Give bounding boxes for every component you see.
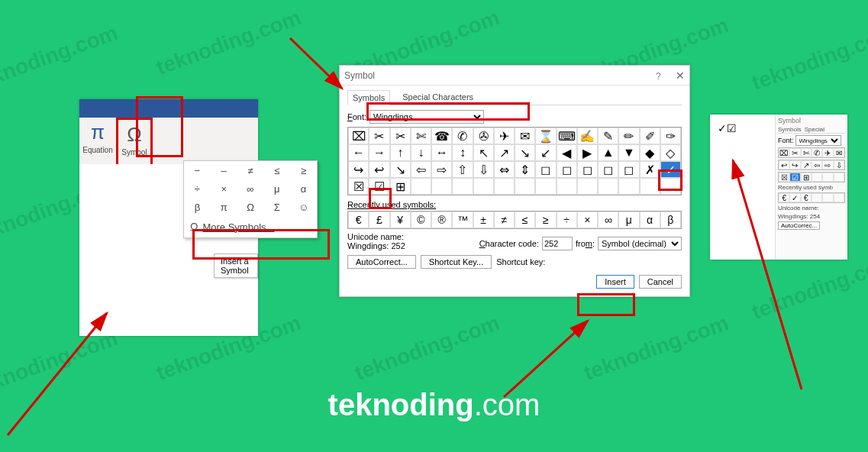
symbol-cell[interactable]: → (369, 144, 389, 161)
recent-symbol-cell[interactable]: μ (618, 211, 639, 228)
symbol-cell[interactable]: ✓ (660, 161, 681, 178)
dropdown-symbol-cell[interactable]: π (211, 198, 237, 216)
symbol-cell[interactable]: ↗ (494, 144, 515, 161)
symbol-cell[interactable]: ✑ (660, 128, 681, 144)
symbol-cell[interactable] (618, 178, 639, 195)
equation-button[interactable]: π Equation (79, 118, 116, 164)
symbol-cell[interactable]: ↘ (515, 144, 535, 161)
font-select[interactable]: Wingdings (369, 110, 484, 124)
mini-symbol-cell[interactable]: ↪ (789, 160, 800, 170)
dropdown-symbol-cell[interactable]: Σ (263, 198, 290, 216)
mini-symbol-cell[interactable]: ✂ (789, 148, 800, 157)
recent-symbol-cell[interactable]: ÷ (557, 211, 577, 228)
mini-symbol-cell[interactable] (834, 173, 844, 182)
symbol-cell[interactable]: ◆ (640, 144, 660, 161)
help-icon[interactable]: ? (656, 71, 661, 82)
symbol-cell[interactable]: ⇕ (515, 161, 535, 178)
symbol-cell[interactable]: ✎ (598, 128, 618, 144)
mini-symbol-cell[interactable]: ⇩ (834, 160, 844, 170)
recent-symbol-cell[interactable]: ∞ (598, 211, 618, 228)
recent-symbol-cell[interactable]: ¥ (390, 211, 411, 228)
symbol-cell[interactable]: ↓ (411, 144, 431, 161)
recent-symbol-cell[interactable]: £ (369, 211, 389, 228)
dropdown-symbol-cell[interactable]: ≥ (290, 161, 317, 179)
tab-special[interactable]: Special Characters (398, 90, 478, 105)
symbol-cell[interactable]: ✇ (473, 128, 494, 144)
symbol-cell[interactable]: ✂ (369, 128, 389, 144)
mini-tab-symbols[interactable]: Symbols (778, 126, 802, 133)
mini-symbol-cell[interactable] (834, 193, 844, 202)
symbol-cell[interactable]: ✂ (390, 128, 411, 144)
recent-symbol-cell[interactable]: € (348, 211, 369, 228)
shortcut-key-button[interactable]: Shortcut Key... (421, 255, 492, 269)
mini-symbol-cell[interactable]: € (779, 193, 789, 202)
mini-symbol-cell[interactable] (822, 173, 833, 182)
symbol-cell[interactable]: ◀ (557, 144, 577, 161)
symbol-cell[interactable]: ✆ (452, 128, 473, 144)
mini-symbol-cell[interactable]: ⇨ (822, 160, 833, 170)
recent-symbol-cell[interactable]: ≤ (515, 211, 535, 228)
recent-symbol-cell[interactable]: © (411, 211, 431, 228)
symbol-cell[interactable]: ⇔ (494, 161, 515, 178)
mini-symbol-cell[interactable]: ☒ (779, 173, 789, 182)
symbol-cell[interactable]: ☒ (348, 178, 369, 195)
symbol-cell[interactable] (577, 178, 598, 195)
symbol-cell[interactable]: ↔ (431, 144, 452, 161)
recent-symbol-cell[interactable]: ± (473, 211, 494, 228)
symbol-cell[interactable]: ✏ (618, 128, 639, 144)
dropdown-symbol-cell[interactable]: μ (263, 179, 290, 198)
symbol-cell[interactable]: ▲ (598, 144, 618, 161)
recent-symbol-cell[interactable]: α (640, 211, 660, 228)
symbol-cell[interactable]: ◻ (598, 161, 618, 178)
symbol-cell[interactable]: ◻ (557, 161, 577, 178)
symbol-button[interactable]: Ω Symbol (116, 118, 153, 164)
symbol-cell[interactable] (431, 178, 452, 195)
tab-symbols[interactable]: Symbols (347, 90, 390, 105)
symbol-cell[interactable]: ◻ (535, 161, 556, 178)
symbol-cell[interactable] (494, 178, 515, 195)
symbol-cell[interactable]: ⇩ (473, 161, 494, 178)
mini-symbol-cell[interactable]: ⊞ (801, 173, 812, 182)
mini-symbol-cell[interactable]: ☑ (789, 173, 800, 182)
close-icon[interactable]: ✕ (676, 69, 685, 82)
dropdown-symbol-cell[interactable]: ≤ (263, 161, 290, 179)
dropdown-symbol-cell[interactable]: − (184, 161, 211, 179)
symbol-cell[interactable]: ⊞ (390, 178, 411, 195)
symbol-cell[interactable]: ✉ (515, 128, 535, 144)
symbol-cell[interactable]: ⇦ (411, 161, 431, 178)
symbol-cell[interactable]: ▼ (618, 144, 639, 161)
mini-symbol-cell[interactable]: ✓ (789, 193, 800, 202)
symbol-cell[interactable]: ↑ (390, 144, 411, 161)
symbol-cell[interactable]: ↙ (535, 144, 556, 161)
symbol-cell[interactable]: ◇ (660, 144, 681, 161)
symbol-cell[interactable]: ⌨ (557, 128, 577, 144)
recent-symbol-cell[interactable]: × (577, 211, 598, 228)
symbol-cell[interactable] (640, 178, 660, 195)
symbol-cell[interactable]: ⌧ (348, 128, 369, 144)
symbol-cell[interactable] (452, 178, 473, 195)
symbol-cell[interactable]: ✈ (494, 128, 515, 144)
mini-symbol-cell[interactable]: ✉ (834, 148, 844, 157)
dropdown-symbol-cell[interactable]: β (184, 198, 211, 216)
recent-symbol-cell[interactable]: ≥ (535, 211, 556, 228)
mini-symbol-cell[interactable]: ✄ (801, 148, 812, 157)
dropdown-symbol-cell[interactable]: ÷ (184, 179, 211, 198)
mini-tab-special[interactable]: Special (805, 126, 824, 133)
symbol-cell[interactable]: ☑ (369, 178, 389, 195)
symbol-cell[interactable]: ⇨ (431, 161, 452, 178)
dropdown-symbol-cell[interactable]: ≠ (237, 161, 264, 179)
symbol-cell[interactable]: ◻ (577, 161, 598, 178)
mini-symbol-cell[interactable] (822, 193, 833, 202)
cancel-button[interactable]: Cancel (639, 275, 682, 289)
more-symbols-item[interactable]: Ω More Symbols... (184, 216, 317, 237)
symbol-cell[interactable] (411, 178, 431, 195)
recent-symbol-cell[interactable]: β (660, 211, 681, 228)
symbol-cell[interactable]: ✗ (640, 161, 660, 178)
symbol-cell[interactable]: ↖ (473, 144, 494, 161)
symbol-cell[interactable] (515, 178, 535, 195)
recent-symbol-cell[interactable]: ® (431, 211, 452, 228)
dropdown-symbol-cell[interactable]: – (211, 161, 237, 179)
dropdown-symbol-cell[interactable]: ☺ (290, 198, 317, 216)
symbol-cell[interactable]: ✐ (640, 128, 660, 144)
charcode-input[interactable] (542, 237, 573, 250)
